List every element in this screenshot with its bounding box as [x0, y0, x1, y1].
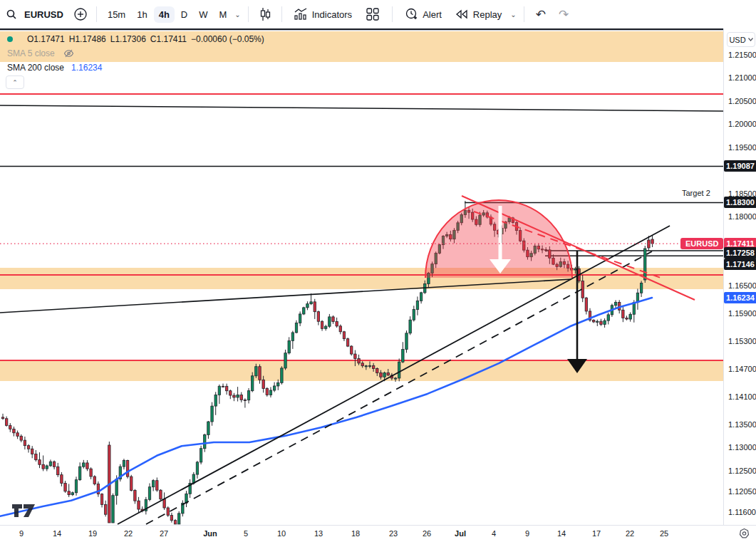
- time-tick: 5: [244, 529, 248, 538]
- target2-label[interactable]: Target 2: [682, 189, 710, 197]
- replay-button[interactable]: Replay: [449, 6, 507, 23]
- price-tick: 1.16500: [728, 281, 756, 290]
- sma200-label: SMA 200 close: [7, 63, 64, 73]
- toolbar-separator: [524, 6, 524, 22]
- indicators-icon: [294, 8, 308, 21]
- toolbar-separator: [248, 6, 249, 22]
- chart-style-candles-icon[interactable]: [254, 7, 276, 21]
- price-tick: 1.14100: [728, 392, 756, 401]
- tradingview-window: EURUSD 15m 1h 4h D W M ⌄ Indicators: [0, 0, 756, 542]
- time-axis[interactable]: 914192227Jun51013182326Jul4914172225: [0, 525, 756, 542]
- toolbar-separator: [281, 6, 282, 22]
- steep-ascending-dashed[interactable]: [146, 251, 652, 524]
- time-tick: 25: [660, 529, 668, 538]
- sma200-value: 1.16234: [71, 63, 102, 73]
- currency-selector[interactable]: USD: [727, 32, 755, 47]
- price-label-1.18300: 1.18300: [724, 197, 756, 208]
- ohlc-low: L1.17306: [110, 34, 146, 44]
- time-tick: 9: [525, 529, 529, 538]
- replay-label: Replay: [473, 9, 502, 20]
- top-toolbar: EURUSD 15m 1h 4h D W M ⌄ Indicators: [0, 0, 756, 28]
- axis-settings-icon[interactable]: [738, 528, 750, 540]
- price-label-1.16234: 1.16234: [724, 292, 756, 303]
- timeframe-M[interactable]: M: [214, 6, 232, 23]
- alert-label: Alert: [423, 9, 442, 20]
- time-tick: Jul: [455, 529, 466, 538]
- chart-legend: O1.17471 H1.17486 L1.17306 C1.17411 −0.0…: [7, 32, 264, 75]
- symbol-button[interactable]: EURUSD: [19, 6, 69, 23]
- symbol-status-dot: [7, 36, 13, 42]
- price-chart-canvas[interactable]: [0, 28, 756, 542]
- price-tick: 1.13500: [728, 420, 756, 429]
- time-tick: 17: [592, 529, 601, 538]
- time-tick: 22: [124, 529, 133, 538]
- time-tick: 14: [557, 529, 566, 538]
- undo-icon[interactable]: ↶: [530, 7, 552, 22]
- price-tick: 1.12050: [728, 487, 756, 496]
- compare-add-icon[interactable]: [73, 7, 88, 21]
- redo-icon[interactable]: ↷: [553, 7, 574, 22]
- eye-hidden-icon[interactable]: [63, 49, 74, 58]
- timeframe-1h[interactable]: 1h: [132, 6, 152, 23]
- price-label-symbol-tag[interactable]: EURUSD: [680, 238, 723, 249]
- price-tick: 1.12500: [728, 467, 756, 475]
- layout-grid-icon[interactable]: [359, 8, 386, 21]
- timeframe-15m[interactable]: 15m: [103, 6, 130, 23]
- price-label-1.17258: 1.17258: [724, 247, 756, 259]
- sma5-label: SMA 5 close: [7, 48, 55, 58]
- sma200-row[interactable]: SMA 200 close 1.16234: [7, 61, 264, 75]
- ohlc-high: H1.17486: [69, 34, 106, 44]
- time-tick: 22: [626, 529, 634, 538]
- time-tick: Jun: [203, 529, 217, 538]
- price-tick: 1.15300: [728, 337, 756, 345]
- upper-descending-black[interactable]: [0, 105, 723, 111]
- time-tick: 19: [88, 529, 97, 538]
- ohlc-close: C1.17411: [150, 34, 187, 44]
- price-tick: 1.18000: [728, 212, 756, 221]
- price-tick: 1.20500: [728, 97, 756, 105]
- chart-pane[interactable]: O1.17471 H1.17486 L1.17306 C1.17411 −0.0…: [0, 28, 756, 542]
- ohlc-open: O1.17471: [27, 34, 65, 44]
- ohlc-row[interactable]: O1.17471 H1.17486 L1.17306 C1.17411 −0.0…: [7, 32, 264, 46]
- time-tick: 18: [351, 529, 360, 538]
- price-axis[interactable]: USD 1.215001.210001.205001.200001.195001…: [723, 28, 756, 525]
- time-tick: 14: [53, 529, 61, 538]
- tradingview-logo[interactable]: [11, 503, 36, 521]
- indicators-button[interactable]: Indicators: [288, 5, 358, 24]
- search-icon[interactable]: [6, 9, 17, 20]
- price-label-1.17146: 1.17146: [724, 259, 756, 270]
- time-tick: 13: [314, 529, 323, 538]
- price-tick: 1.19500: [728, 143, 756, 152]
- ohlc-change: −0.00060 (−0.05%): [191, 34, 264, 44]
- price-tick: 1.15900: [728, 309, 756, 318]
- price-tick: 1.11600: [728, 508, 756, 516]
- timeframe-W[interactable]: W: [194, 6, 212, 23]
- toolbar-separator: [392, 6, 393, 22]
- legend-collapse-button[interactable]: ⌃: [6, 75, 24, 89]
- replay-menu-chevron-icon[interactable]: ⌄: [509, 11, 517, 19]
- toolbar-separator: [96, 6, 97, 22]
- time-tick: 10: [277, 529, 286, 538]
- price-tick: 1.21000: [728, 73, 756, 82]
- time-tick: 23: [389, 529, 398, 538]
- chevron-down-icon: [748, 38, 753, 41]
- time-tick: 9: [19, 529, 24, 538]
- time-tick: 27: [160, 529, 168, 538]
- indicators-label: Indicators: [312, 9, 352, 20]
- time-tick: 4: [492, 529, 496, 538]
- timeframe-D[interactable]: D: [176, 6, 192, 23]
- price-tick: 1.14700: [728, 365, 756, 373]
- time-tick: 26: [423, 529, 431, 538]
- replay-icon: [455, 9, 469, 20]
- price-tick: 1.20000: [728, 120, 756, 128]
- alert-button[interactable]: Alert: [398, 4, 447, 24]
- price-label-1.19087: 1.19087: [724, 160, 756, 172]
- price-tick: 1.13000: [728, 443, 756, 452]
- timeframe-4h[interactable]: 4h: [154, 6, 175, 23]
- currency-label: USD: [729, 36, 745, 44]
- price-tick: 1.21500: [728, 51, 756, 59]
- alert-clock-icon: [404, 7, 418, 21]
- sma5-row[interactable]: SMA 5 close: [7, 46, 264, 61]
- timeframe-menu-chevron-icon[interactable]: ⌄: [233, 11, 242, 19]
